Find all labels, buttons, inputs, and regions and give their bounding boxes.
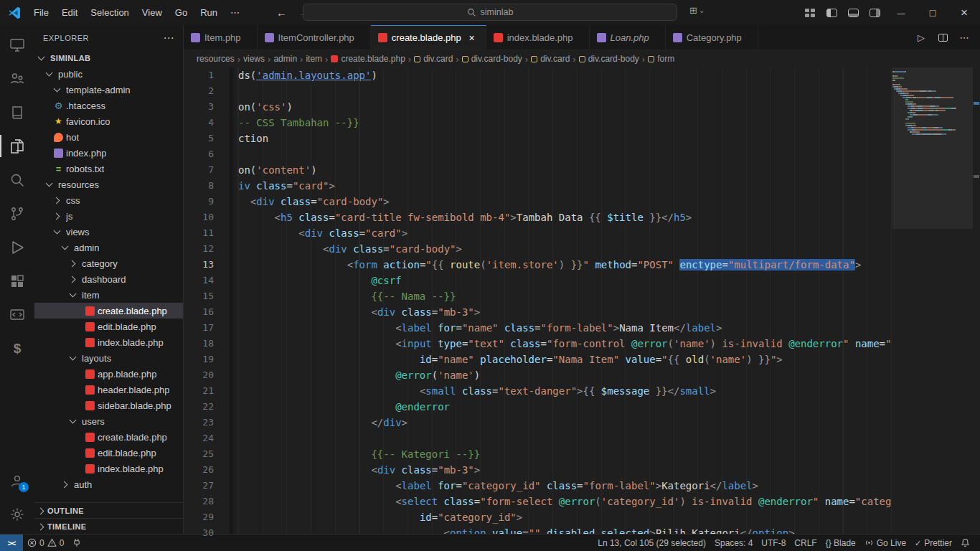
file-header.blade.php[interactable]: header.blade.php: [34, 382, 183, 397]
menu-run[interactable]: Run: [194, 4, 224, 22]
remote-monitor-item[interactable]: [0, 298, 34, 331]
explorer-item[interactable]: [0, 129, 34, 163]
line-number[interactable]: 1: [184, 67, 214, 83]
folder-users[interactable]: users: [34, 413, 183, 429]
file-edit.blade.php[interactable]: edit.blade.php: [34, 445, 183, 461]
remote-indicator[interactable]: ><: [0, 534, 23, 551]
code-line[interactable]: [238, 430, 980, 446]
search-item[interactable]: [0, 163, 34, 197]
menu-file[interactable]: File: [27, 4, 55, 22]
tab-index.blade.php[interactable]: index.blade.php×: [486, 25, 590, 50]
folder-js[interactable]: js: [34, 208, 183, 224]
accounts-item[interactable]: 1: [0, 463, 34, 497]
code-line[interactable]: <select class="form-select @error('categ…: [238, 494, 980, 509]
source-control-item[interactable]: [0, 197, 34, 230]
code-line[interactable]: <small class="text-danger">{{ $message }…: [238, 383, 980, 399]
file-index.php[interactable]: index.php: [34, 145, 183, 161]
tab-category.php[interactable]: Category.php×: [666, 25, 758, 50]
menu-go[interactable]: Go: [169, 4, 194, 22]
line-number[interactable]: 20: [184, 367, 214, 383]
tab-loan.php[interactable]: Loan.php×: [590, 25, 666, 50]
file-app.blade.php[interactable]: app.blade.php: [34, 366, 183, 382]
folder-template-admin[interactable]: template-admin: [34, 82, 183, 98]
file-robots.txt[interactable]: robots.txt: [34, 161, 183, 176]
file-.htaccess[interactable]: .htaccess: [34, 98, 183, 113]
code-line[interactable]: {{-- Nama --}}: [238, 288, 980, 304]
folder-css[interactable]: css: [34, 192, 183, 208]
code-line[interactable]: <div class="mb-3">: [238, 304, 980, 320]
code-line[interactable]: <div class="card">: [238, 225, 980, 241]
code-line[interactable]: <form action="{{ route('item.store') }}"…: [238, 257, 980, 273]
code-line[interactable]: </div>: [238, 415, 980, 430]
eol-status[interactable]: CRLF: [790, 534, 821, 551]
code-line[interactable]: iv class="card">: [238, 178, 980, 194]
outline-section-header[interactable]: OUTLINE: [34, 502, 183, 518]
file-sidebar.blade.php[interactable]: sidebar.blade.php: [34, 397, 183, 413]
line-number[interactable]: 29: [184, 509, 214, 525]
code-area[interactable]: ds('admin.layouts.app')on('css')-- CSS T…: [230, 67, 980, 534]
code-line[interactable]: <input type="text" class="form-control @…: [238, 336, 980, 352]
money-item[interactable]: [0, 331, 34, 365]
toggle-secondary-sidebar-button[interactable]: [864, 4, 885, 22]
line-number[interactable]: 28: [184, 494, 214, 509]
menu-overflow[interactable]: ⋯: [224, 4, 246, 22]
folder-category[interactable]: category: [34, 255, 183, 271]
code-line[interactable]: -- CSS Tambahan --}}: [238, 115, 980, 131]
tab-itemcontroller.php[interactable]: ItemController.php×: [258, 25, 371, 50]
code-line[interactable]: ds('admin.layouts.app'): [238, 67, 980, 83]
code-line[interactable]: on('css'): [238, 99, 980, 115]
line-number[interactable]: 12: [184, 241, 214, 257]
line-number[interactable]: 17: [184, 320, 214, 336]
line-number[interactable]: 16: [184, 304, 214, 320]
line-number[interactable]: 9: [184, 194, 214, 209]
extensions-item[interactable]: [0, 264, 34, 298]
code-line[interactable]: <div class="card-body">: [238, 194, 980, 209]
go-live-status[interactable]: Go Live: [860, 534, 910, 551]
breadcrumb-item[interactable]: views: [243, 54, 265, 64]
breadcrumb-item[interactable]: create.blade.php: [331, 54, 405, 64]
code-line[interactable]: <option value="" disabled selected>Pilih…: [238, 525, 980, 534]
docs-item[interactable]: [0, 95, 34, 129]
command-center-search[interactable]: siminlab: [303, 4, 677, 21]
code-line[interactable]: <label for="name" class="form-label">Nam…: [238, 320, 980, 336]
code-line[interactable]: <h5 class="card-title fw-semibold mb-4">…: [238, 209, 980, 225]
line-number[interactable]: 5: [184, 131, 214, 146]
folder-item[interactable]: item: [34, 287, 183, 303]
line-number[interactable]: 8: [184, 178, 214, 194]
prettier-status[interactable]: Prettier: [910, 534, 956, 551]
more-actions-button[interactable]: ⋯: [956, 29, 973, 46]
code-line[interactable]: @enderror: [238, 399, 980, 415]
line-number[interactable]: 15: [184, 288, 214, 304]
folder-views[interactable]: views: [34, 224, 183, 240]
menu-edit[interactable]: Edit: [55, 4, 84, 22]
line-number[interactable]: 27: [184, 478, 214, 494]
run-debug-item[interactable]: [0, 230, 34, 264]
tab-create.blade.php[interactable]: create.blade.php×: [371, 25, 486, 50]
cursor-position-status[interactable]: Ln 13, Col 105 (29 selected): [593, 534, 710, 551]
folder-resources[interactable]: resources: [34, 176, 183, 192]
menu-view[interactable]: View: [136, 4, 169, 22]
code-line[interactable]: <label for="category_id" class="form-lab…: [238, 478, 980, 494]
folder-layouts[interactable]: layouts: [34, 350, 183, 366]
code-line[interactable]: [238, 83, 980, 99]
line-number[interactable]: 4: [184, 115, 214, 131]
file-index.blade.php[interactable]: index.blade.php: [34, 461, 183, 476]
code-line[interactable]: <div class="card-body">: [238, 241, 980, 257]
minimap-slider[interactable]: [892, 67, 973, 229]
code-line[interactable]: @error('name'): [238, 367, 980, 383]
remote-explorer-item[interactable]: [0, 28, 34, 62]
customize-layout-button[interactable]: [799, 4, 821, 22]
toggle-panel-button[interactable]: [842, 4, 864, 22]
folder-siminlab[interactable]: SIMINLAB: [34, 50, 183, 66]
file-hot[interactable]: hot: [34, 129, 183, 145]
code-line[interactable]: on('content'): [238, 162, 980, 178]
line-number[interactable]: 22: [184, 399, 214, 415]
folder-auth[interactable]: auth: [34, 476, 183, 492]
breadcrumb-item[interactable]: resources: [197, 54, 235, 64]
code-line[interactable]: @csrf: [238, 273, 980, 288]
code-line[interactable]: id="category_id">: [238, 509, 980, 525]
line-number[interactable]: 30: [184, 525, 214, 541]
encoding-status[interactable]: UTF-8: [757, 534, 790, 551]
problems-status[interactable]: 0 0: [23, 534, 68, 551]
folder-dashboard[interactable]: dashboard: [34, 271, 183, 287]
